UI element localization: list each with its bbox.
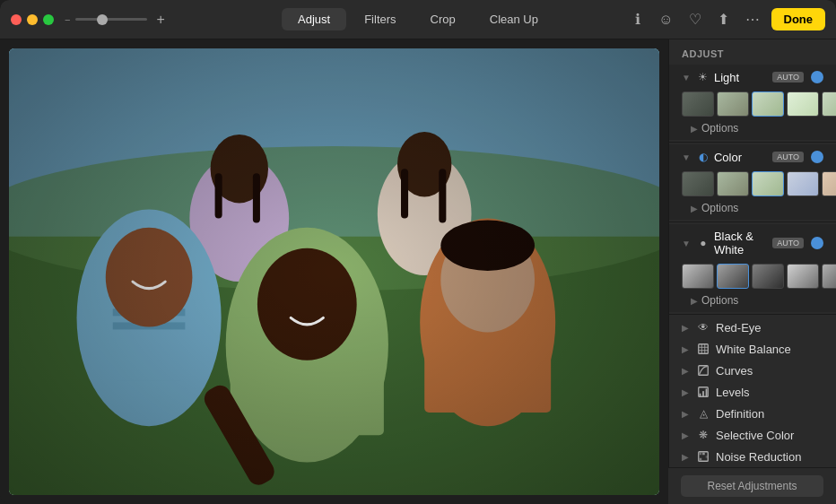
right-panel: ADJUST ▼ ☀ Light AUTO bbox=[668, 39, 836, 504]
curves-icon bbox=[696, 363, 710, 378]
section-bw: ▼ ● Black & White AUTO ▶ Options bbox=[669, 224, 836, 312]
nr-label: Noise Reduction bbox=[716, 450, 823, 464]
bw-thumb-2[interactable] bbox=[717, 264, 749, 289]
wb-chevron-icon: ▶ bbox=[682, 344, 689, 354]
zoom-slider-area: − + bbox=[65, 12, 165, 28]
light-auto-badge[interactable]: AUTO bbox=[772, 72, 804, 83]
sc-chevron-icon: ▶ bbox=[682, 430, 689, 440]
section-white-balance[interactable]: ▶ White Balance bbox=[669, 338, 836, 360]
titlebar: − + Adjust Filters Crop Clean Up ℹ ☺ ♡ ⬆… bbox=[0, 0, 836, 39]
red-eye-icon: 👁 bbox=[696, 320, 710, 335]
main-area: ADJUST ▼ ☀ Light AUTO bbox=[0, 39, 836, 504]
definition-chevron-icon: ▶ bbox=[682, 409, 689, 419]
zoom-slider[interactable] bbox=[75, 18, 147, 21]
section-curves[interactable]: ▶ Curves bbox=[669, 360, 836, 381]
reset-adjustments-button[interactable]: Reset Adjustments bbox=[681, 475, 823, 497]
tab-filters[interactable]: Filters bbox=[348, 8, 412, 30]
curves-chevron-icon: ▶ bbox=[682, 366, 689, 376]
bw-toggle[interactable] bbox=[811, 237, 823, 249]
bw-icon: ● bbox=[696, 236, 710, 250]
color-thumb-1[interactable] bbox=[682, 171, 714, 196]
color-options-label: Options bbox=[701, 202, 738, 214]
section-color-header[interactable]: ▼ ◐ Color AUTO bbox=[669, 144, 836, 168]
share-icon[interactable]: ⬆ bbox=[714, 10, 734, 30]
svg-rect-41 bbox=[700, 458, 702, 461]
close-button[interactable] bbox=[11, 14, 22, 25]
nr-chevron-icon: ▶ bbox=[682, 452, 689, 462]
color-thumb-2[interactable] bbox=[717, 171, 749, 196]
sc-icon: ❋ bbox=[696, 428, 710, 442]
bw-auto-badge[interactable]: AUTO bbox=[772, 238, 804, 248]
bw-label: Black & White bbox=[714, 230, 769, 256]
bw-options[interactable]: ▶ Options bbox=[669, 292, 836, 312]
bw-chevron-icon: ▼ bbox=[682, 239, 691, 248]
curves-label: Curves bbox=[716, 364, 823, 378]
bw-thumb-3[interactable] bbox=[752, 264, 784, 289]
color-toggle[interactable] bbox=[811, 151, 823, 163]
color-thumb-3[interactable] bbox=[752, 171, 784, 196]
tab-adjust[interactable]: Adjust bbox=[282, 8, 346, 30]
info-icon[interactable]: ℹ bbox=[628, 10, 648, 30]
zoom-out-icon: − bbox=[65, 14, 70, 25]
section-light: ▼ ☀ Light AUTO ▶ Options bbox=[669, 65, 836, 140]
color-options-chevron-icon: ▶ bbox=[691, 204, 698, 213]
levels-label: Levels bbox=[716, 386, 823, 399]
svg-rect-39 bbox=[702, 453, 705, 456]
color-icon: ◐ bbox=[696, 150, 710, 164]
light-thumb-1[interactable] bbox=[682, 91, 714, 117]
color-options[interactable]: ▶ Options bbox=[669, 200, 836, 220]
photo-area bbox=[0, 39, 668, 504]
color-auto-badge[interactable]: AUTO bbox=[772, 152, 804, 162]
bw-options-label: Options bbox=[701, 294, 738, 307]
bw-thumb-5[interactable] bbox=[822, 264, 836, 289]
heart-icon[interactable]: ♡ bbox=[685, 10, 705, 30]
photo-overlay bbox=[9, 48, 659, 495]
section-levels[interactable]: ▶ Levels bbox=[669, 381, 836, 403]
divider-1 bbox=[669, 142, 836, 143]
sc-label: Selective Color bbox=[716, 429, 823, 442]
zoom-in-icon[interactable]: + bbox=[156, 12, 164, 28]
section-noise-reduction[interactable]: ▶ Noise Reduction bbox=[669, 446, 836, 467]
svg-rect-40 bbox=[706, 456, 709, 458]
light-thumb-4[interactable] bbox=[787, 91, 819, 117]
light-thumb-5[interactable] bbox=[822, 91, 836, 117]
color-thumb-4[interactable] bbox=[787, 171, 819, 196]
maximize-button[interactable] bbox=[43, 14, 54, 25]
panel-footer: Reset Adjustments bbox=[668, 467, 836, 504]
light-options[interactable]: ▶ Options bbox=[669, 120, 836, 140]
section-definition[interactable]: ▶ ◬ Definition bbox=[669, 403, 836, 424]
red-eye-chevron-icon: ▶ bbox=[682, 323, 689, 333]
more-icon[interactable]: ⋯ bbox=[743, 10, 762, 30]
titlebar-right: ℹ ☺ ♡ ⬆ ⋯ Done bbox=[628, 8, 826, 30]
traffic-lights bbox=[11, 14, 54, 25]
light-sun-icon: ☀ bbox=[696, 70, 710, 84]
panel-content[interactable]: ▼ ☀ Light AUTO ▶ Options bbox=[669, 65, 836, 504]
section-bw-header[interactable]: ▼ ● Black & White AUTO bbox=[669, 224, 836, 260]
tab-crop[interactable]: Crop bbox=[414, 8, 472, 30]
light-thumb-2[interactable] bbox=[717, 91, 749, 117]
light-toggle[interactable] bbox=[811, 71, 823, 83]
color-thumb-5[interactable] bbox=[822, 171, 836, 196]
emoji-icon[interactable]: ☺ bbox=[657, 10, 676, 30]
definition-label: Definition bbox=[716, 407, 823, 421]
done-button[interactable]: Done bbox=[771, 8, 826, 30]
svg-rect-35 bbox=[702, 391, 704, 396]
svg-rect-38 bbox=[700, 453, 702, 456]
photo-canvas[interactable] bbox=[9, 48, 659, 495]
light-options-chevron-icon: ▶ bbox=[691, 124, 698, 134]
color-thumbnails bbox=[669, 168, 836, 200]
svg-rect-27 bbox=[699, 344, 709, 354]
svg-rect-34 bbox=[700, 394, 701, 397]
light-thumb-3[interactable] bbox=[752, 91, 784, 117]
color-label: Color bbox=[714, 151, 769, 164]
light-label: Light bbox=[714, 71, 769, 84]
bw-thumb-4[interactable] bbox=[787, 264, 819, 289]
wb-label: White Balance bbox=[716, 343, 823, 356]
tab-cleanup[interactable]: Clean Up bbox=[474, 8, 554, 30]
section-selective-color[interactable]: ▶ ❋ Selective Color bbox=[669, 424, 836, 446]
panel-header: ADJUST bbox=[669, 39, 836, 65]
minimize-button[interactable] bbox=[27, 14, 38, 25]
bw-thumb-1[interactable] bbox=[682, 264, 714, 289]
section-red-eye[interactable]: ▶ 👁 Red-Eye bbox=[669, 317, 836, 338]
section-light-header[interactable]: ▼ ☀ Light AUTO bbox=[669, 65, 836, 88]
